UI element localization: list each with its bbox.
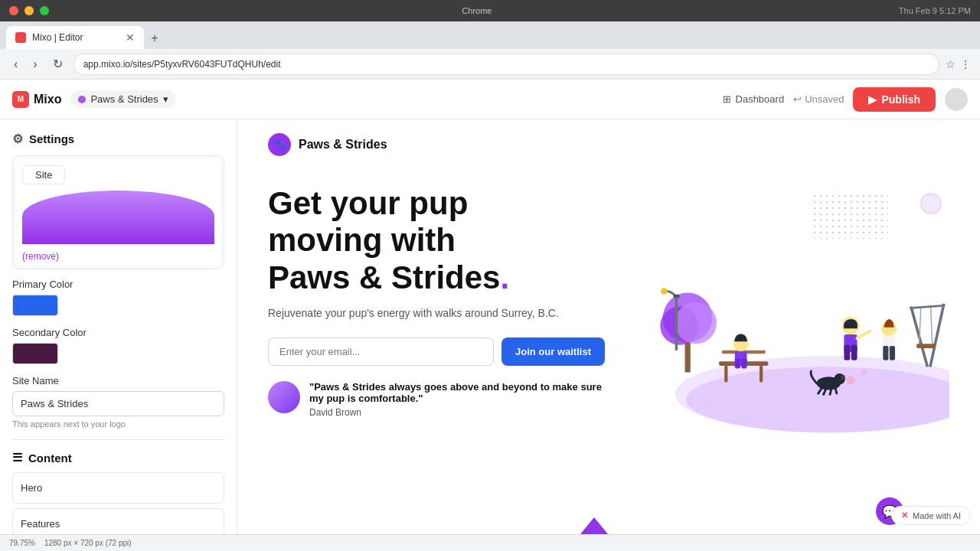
- waitlist-button[interactable]: Join our waitlist: [501, 337, 605, 366]
- email-input[interactable]: [268, 337, 494, 366]
- reload-button[interactable]: ↻: [48, 55, 67, 73]
- site-hero-title: Get your pup moving with Paws & Strides.: [268, 185, 605, 296]
- svg-rect-25: [890, 346, 895, 360]
- testimonial-avatar: [268, 381, 300, 413]
- site-hero-content: Get your pup moving with Paws & Strides.…: [268, 185, 605, 461]
- remove-logo-link[interactable]: (remove): [22, 251, 59, 262]
- bottom-arrow: [580, 517, 608, 534]
- mixo-logo[interactable]: M Mixo: [12, 91, 61, 108]
- site-tab-card: Site (remove): [12, 155, 224, 269]
- topbar-left: M Mixo Paws & Strides ▾: [12, 90, 714, 108]
- svg-rect-31: [916, 344, 935, 348]
- site-logo: 🐾: [268, 133, 291, 156]
- publish-label: Publish: [881, 93, 920, 106]
- hero-label: Hero: [21, 482, 42, 494]
- back-button[interactable]: ‹: [9, 56, 22, 73]
- new-tab-button[interactable]: +: [144, 28, 165, 49]
- svg-point-39: [846, 377, 854, 385]
- svg-point-40: [861, 370, 867, 375]
- dashboard-icon: ⊞: [723, 93, 731, 105]
- dashboard-button[interactable]: ⊞ Dashboard: [723, 93, 785, 105]
- bookmark-icon[interactable]: ☆: [946, 58, 956, 70]
- site-preview: 🐾 Paws & Strides Get your pup moving wit…: [237, 119, 980, 534]
- hero-title-line3: Paws & Strides.: [268, 259, 509, 295]
- secondary-color-section: Secondary Color: [12, 327, 224, 364]
- svg-point-9: [675, 302, 717, 344]
- svg-rect-19: [844, 345, 850, 360]
- site-hero-illustration: [620, 185, 949, 461]
- svg-rect-5: [760, 366, 763, 383]
- publish-icon: ▶: [868, 93, 877, 106]
- testimonial: "Paws & Strides always goes above and be…: [268, 381, 605, 418]
- unsaved-badge: ↩ Unsaved: [793, 93, 844, 105]
- site-name-hint: This appears next to your logo: [12, 419, 224, 429]
- app-container: M Mixo Paws & Strides ▾ ⊞ Dashboard ↩ Un…: [0, 80, 980, 551]
- content-section-title: ☰ Content: [12, 451, 224, 465]
- settings-title: Settings: [29, 132, 74, 145]
- unsaved-label: Unsaved: [805, 93, 844, 105]
- svg-rect-16: [741, 359, 746, 369]
- site-name-input[interactable]: [12, 391, 224, 416]
- site-badge[interactable]: Paws & Strides ▾: [70, 90, 175, 108]
- park-illustration: [620, 185, 949, 461]
- svg-point-34: [841, 375, 845, 380]
- dashboard-label: Dashboard: [736, 93, 785, 105]
- hero-title-line1: Get your pup: [268, 185, 468, 221]
- hero-section-item[interactable]: Hero: [12, 472, 224, 504]
- chrome-tab-bar: Mixo | Editor ✕ +: [0, 21, 980, 49]
- site-badge-name: Paws & Strides: [90, 93, 158, 105]
- settings-icon: ⚙: [12, 132, 23, 146]
- svg-rect-20: [851, 345, 858, 360]
- sidebar: ⚙ Settings Site (remove) Primary Color: [0, 119, 237, 534]
- site-brand-name: Paws & Strides: [299, 138, 387, 152]
- tab-close-button[interactable]: ✕: [126, 31, 135, 44]
- site-hero-subtitle: Rejuvenate your pup's energy with walks …: [268, 307, 605, 319]
- primary-color-section: Primary Color: [12, 279, 224, 316]
- app-topbar: M Mixo Paws & Strides ▾ ⊞ Dashboard ↩ Un…: [0, 80, 980, 119]
- status-bar: 79.75% 1280 px × 720 px (72 ppi): [0, 534, 980, 551]
- url-text: app.mixo.io/sites/P5tyxvRV6043FUTdQHUh/e…: [83, 59, 281, 70]
- active-tab[interactable]: Mixo | Editor ✕: [6, 26, 144, 49]
- content-icon: ☰: [12, 451, 22, 465]
- settings-section-title: ⚙ Settings: [12, 132, 224, 146]
- svg-rect-4: [724, 366, 727, 383]
- tab-title: Mixo | Editor: [32, 32, 83, 43]
- svg-rect-10: [675, 295, 678, 350]
- publish-button[interactable]: ▶ Publish: [853, 87, 936, 112]
- preview-area: 🐾 Paws & Strides Get your pup moving wit…: [237, 119, 980, 534]
- svg-line-30: [931, 308, 933, 345]
- site-hero: Get your pup moving with Paws & Strides.…: [237, 170, 980, 461]
- mixo-logo-icon: M: [12, 91, 29, 108]
- svg-point-11: [661, 288, 668, 295]
- extensions-icon[interactable]: ⋮: [960, 58, 971, 70]
- primary-color-swatch[interactable]: [12, 295, 58, 316]
- secondary-color-label: Secondary Color: [12, 327, 224, 338]
- forward-button[interactable]: ›: [28, 56, 41, 73]
- features-section-item[interactable]: Features: [12, 508, 224, 534]
- user-avatar[interactable]: [945, 88, 968, 111]
- mac-close-dot[interactable]: [9, 6, 18, 15]
- svg-line-28: [910, 305, 945, 308]
- mac-datetime: Thu Feb 9 5:12 PM: [899, 6, 971, 15]
- svg-rect-24: [883, 346, 888, 360]
- main-content: ⚙ Settings Site (remove) Primary Color: [0, 119, 980, 534]
- site-name-section: Site Name This appears next to your logo: [12, 375, 224, 429]
- tab-favicon: [15, 32, 26, 43]
- svg-rect-12: [674, 295, 680, 298]
- mac-minimize-dot[interactable]: [24, 6, 34, 15]
- dimensions: 1280 px × 720 px (72 ppi): [44, 539, 132, 547]
- mac-fullscreen-dot[interactable]: [40, 6, 49, 15]
- preview-frame: 🐾 Paws & Strides Get your pup moving wit…: [237, 119, 980, 534]
- features-label: Features: [21, 518, 60, 530]
- made-with-text: Made with AI: [913, 511, 961, 520]
- secondary-color-swatch[interactable]: [12, 343, 58, 364]
- content-divider: [12, 439, 224, 440]
- site-badge-dot: [78, 96, 86, 103]
- site-name-label: Site Name: [12, 375, 224, 386]
- url-field[interactable]: app.mixo.io/sites/P5tyxvRV6043FUTdQHUh/e…: [74, 54, 939, 75]
- mixo-icon-small: ✕: [901, 510, 908, 520]
- site-tab[interactable]: Site: [22, 165, 65, 184]
- svg-rect-15: [735, 359, 740, 369]
- made-with-badge: ✕ Made with AI: [891, 506, 971, 525]
- testimonial-quote: "Paws & Strides always goes above and be…: [309, 381, 605, 404]
